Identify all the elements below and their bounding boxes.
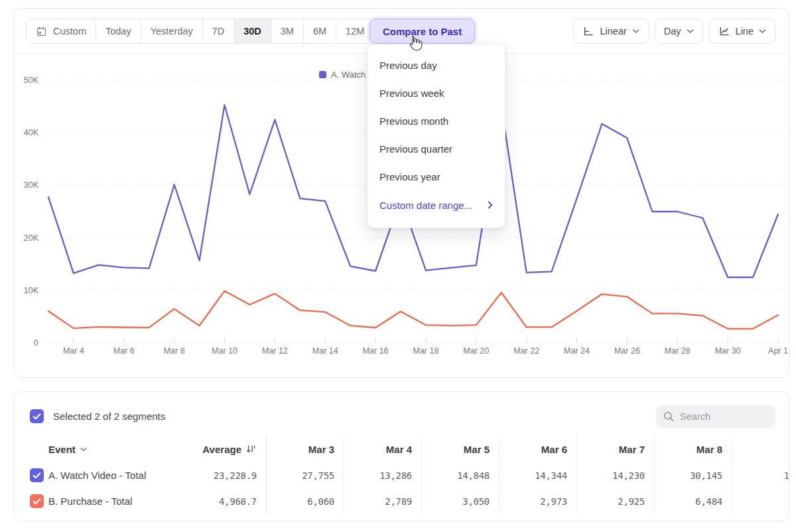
segment-day-value: 27,755 bbox=[266, 462, 344, 488]
select-all-checkbox[interactable] bbox=[30, 409, 44, 423]
x-axis-label: Mar 22 bbox=[505, 346, 548, 356]
range-button-label: 6M bbox=[313, 26, 326, 36]
line-chart-icon bbox=[718, 25, 730, 37]
x-axis-label: Mar 8 bbox=[153, 346, 196, 356]
table-row[interactable]: A. Watch Video - Total23,228.927,75513,2… bbox=[14, 462, 789, 488]
menu-item-custom-date-range[interactable]: Custom date range... bbox=[367, 190, 505, 220]
x-axis-label: Mar 4 bbox=[52, 346, 95, 356]
x-axis-label: Mar 26 bbox=[606, 346, 648, 356]
segment-search bbox=[656, 405, 775, 428]
compare-to-past-label: Compare to Past bbox=[383, 26, 462, 37]
date-column-header[interactable]: Mar 7 bbox=[576, 436, 654, 462]
range-button-label: 7D bbox=[212, 26, 225, 36]
table-row[interactable]: B. Purchase - Total4,968.76,0602,7893,05… bbox=[14, 488, 789, 514]
check-icon bbox=[33, 413, 41, 420]
table-header-row: Event Average Mar 3Mar 4Mar 5Mar 6Mar 7M… bbox=[14, 436, 789, 462]
segment-day-value: 13,286 bbox=[344, 462, 421, 488]
segment-checkbox[interactable] bbox=[30, 494, 44, 508]
scale-selector-button[interactable]: Linear bbox=[573, 19, 648, 44]
segments-table: Event Average Mar 3Mar 4Mar 5Mar 6Mar 7M… bbox=[14, 436, 789, 514]
date-column-header[interactable]: Mar 4 bbox=[344, 436, 421, 462]
x-axis-label: Mar 16 bbox=[354, 346, 397, 356]
chart-type-selector-button[interactable]: Line bbox=[709, 19, 775, 44]
x-axis-label: Mar 12 bbox=[253, 346, 296, 356]
chevron-down-icon bbox=[80, 447, 87, 452]
range-button-label: Custom bbox=[53, 26, 86, 36]
range-button-label: Yesterday bbox=[151, 26, 193, 36]
chevron-right-icon bbox=[488, 201, 493, 209]
menu-item-previous-day[interactable]: Previous day bbox=[367, 51, 505, 79]
axis-icon bbox=[582, 25, 594, 37]
x-axis-label: Mar 24 bbox=[556, 346, 598, 356]
y-axis-label: 40K bbox=[14, 128, 38, 137]
check-icon bbox=[33, 498, 41, 505]
x-axis-label: Mar 14 bbox=[304, 346, 346, 356]
y-axis-label: 20K bbox=[14, 233, 38, 243]
date-column-header[interactable]: Mar 8 bbox=[654, 436, 732, 462]
menu-item-previous-quarter[interactable]: Previous quarter bbox=[367, 135, 505, 163]
range-button-custom[interactable]: Custom bbox=[27, 19, 96, 43]
segment-average-value: 4,968.7 bbox=[178, 488, 266, 514]
chevron-down-icon bbox=[632, 29, 639, 34]
search-icon bbox=[663, 411, 675, 423]
table-body: A. Watch Video - Total23,228.927,75513,2… bbox=[14, 462, 789, 514]
sort-descending-icon bbox=[245, 444, 257, 454]
segment-day-value: 3,050 bbox=[421, 488, 499, 514]
interval-selector-label: Day bbox=[664, 26, 681, 36]
chart-type-selector-label: Line bbox=[736, 26, 754, 36]
y-axis-label: 0 bbox=[14, 338, 38, 348]
menu-item-previous-year[interactable]: Previous year bbox=[367, 163, 505, 190]
compare-to-past-button[interactable]: Compare to Past bbox=[369, 19, 475, 44]
segments-card: Selected 2 of 2 segments Event Average M… bbox=[13, 391, 789, 521]
date-column-header[interactable]: Mar 3 bbox=[266, 436, 344, 462]
scale-selector-label: Linear bbox=[600, 26, 626, 36]
segment-day-value: 2,925 bbox=[576, 488, 654, 514]
selected-segments-text: Selected 2 of 2 segments bbox=[53, 411, 165, 422]
range-button-label: 30D bbox=[243, 26, 261, 36]
segment-name: A. Watch Video - Total bbox=[48, 470, 178, 481]
event-column-header[interactable]: Event bbox=[48, 444, 178, 455]
range-button-6m[interactable]: 6M bbox=[304, 19, 336, 43]
search-input[interactable] bbox=[680, 411, 760, 422]
menu-item-previous-week[interactable]: Previous week bbox=[367, 79, 505, 107]
range-button-30d[interactable]: 30D bbox=[234, 19, 271, 43]
segment-checkbox[interactable] bbox=[30, 468, 44, 482]
segment-day-value: 14,848 bbox=[421, 462, 499, 488]
segments-header: Selected 2 of 2 segments bbox=[30, 409, 165, 423]
y-axis-label: 50K bbox=[14, 76, 38, 85]
segment-day-value: 6,060 bbox=[266, 488, 344, 514]
x-axis-ticks bbox=[74, 338, 778, 343]
x-axis-label: Mar 18 bbox=[405, 346, 447, 356]
x-axis-label: Mar 30 bbox=[706, 346, 749, 356]
range-button-today[interactable]: Today bbox=[96, 19, 141, 43]
chart-display-tools: Linear Day Line bbox=[573, 19, 775, 44]
segment-day-value: 2,789 bbox=[344, 488, 421, 514]
menu-item-previous-month[interactable]: Previous month bbox=[367, 107, 505, 135]
date-column-header[interactable]: M bbox=[732, 436, 789, 462]
segment-average-value: 23,228.9 bbox=[178, 462, 266, 488]
y-axis-label: 30K bbox=[14, 180, 38, 190]
segment-day-value: 14,230 bbox=[576, 462, 654, 488]
range-button-label: Today bbox=[105, 26, 131, 36]
x-axis-label: Mar 28 bbox=[656, 346, 698, 356]
average-column-header[interactable]: Average bbox=[178, 436, 266, 462]
range-button-12m[interactable]: 12M bbox=[336, 19, 373, 43]
date-column-header[interactable]: Mar 6 bbox=[499, 436, 576, 462]
x-axis-label: Mar 20 bbox=[455, 346, 498, 356]
compare-to-past-menu: Previous dayPrevious weekPrevious monthP… bbox=[367, 44, 505, 228]
range-button-3m[interactable]: 3M bbox=[271, 19, 304, 43]
segment-day-value: 15, bbox=[732, 462, 789, 488]
x-axis-label: Mar 6 bbox=[103, 346, 145, 356]
range-button-yesterday[interactable]: Yesterday bbox=[141, 19, 203, 43]
date-column-header[interactable]: Mar 5 bbox=[421, 436, 499, 462]
segment-day-value: 2,973 bbox=[499, 488, 576, 514]
purchase-line bbox=[48, 291, 778, 329]
x-axis-label: Mar 10 bbox=[204, 346, 246, 356]
interval-selector-button[interactable]: Day bbox=[655, 19, 703, 44]
range-button-7d[interactable]: 7D bbox=[203, 19, 235, 43]
custom-date-range-label: Custom date range... bbox=[379, 200, 472, 211]
segment-day-value: 30,145 bbox=[654, 462, 732, 488]
chevron-down-icon bbox=[687, 29, 694, 34]
y-axis-label: 10K bbox=[14, 286, 38, 295]
range-button-label: 3M bbox=[281, 26, 294, 36]
